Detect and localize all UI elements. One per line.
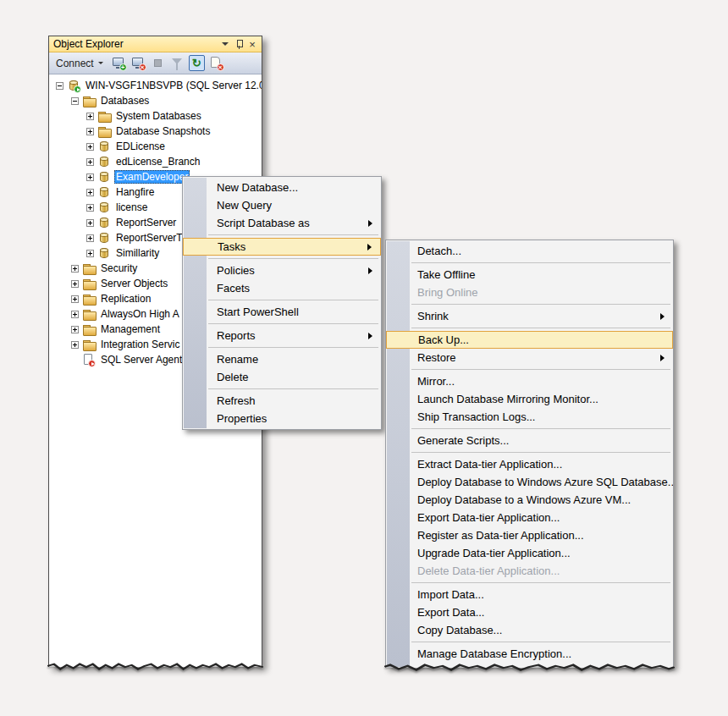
agent-icon <box>82 353 96 366</box>
menu-item[interactable]: Manage Database Encryption... <box>386 645 673 663</box>
menu-item[interactable]: Generate Scripts... <box>386 432 673 449</box>
disconnect-server-icon[interactable]: × <box>130 55 146 71</box>
menu-item[interactable]: Restore <box>386 349 673 366</box>
expand-icon[interactable] <box>86 189 94 196</box>
expand-icon[interactable] <box>86 173 94 181</box>
menu-item-label: Ship Transaction Logs... <box>386 408 673 426</box>
menu-item[interactable]: Deploy Database to Windows Azure SQL Dat… <box>386 473 673 491</box>
menu-item-label: Mirror... <box>386 372 673 390</box>
menu-separator <box>208 347 378 348</box>
tree-item[interactable]: edLicense_Branch <box>49 154 262 169</box>
tree-item-label: license <box>114 201 149 214</box>
tree-item[interactable]: EDLicense <box>49 139 262 154</box>
menu-item[interactable]: New Query <box>183 196 381 214</box>
menu-item: Delete Data-tier Application... <box>386 562 673 580</box>
menu-item-label: Bring Online <box>386 284 673 301</box>
menu-item[interactable]: Ship Transaction Logs... <box>386 408 673 426</box>
menu-item[interactable]: Shrink <box>386 307 673 325</box>
script-error-icon[interactable]: × <box>208 55 224 71</box>
menu-item[interactable]: Rename <box>183 350 381 368</box>
expand-icon[interactable] <box>86 250 94 257</box>
menu-item[interactable]: Export Data-tier Application... <box>386 509 673 526</box>
menu-item[interactable]: Reports <box>183 327 381 344</box>
tree-item-label: edLicense_Branch <box>114 155 201 168</box>
menu-item-label: Back Up... <box>387 332 672 348</box>
tree-item[interactable]: Databases <box>49 93 262 108</box>
close-icon: × <box>249 39 256 50</box>
menu-item[interactable]: Start PowerShell <box>183 303 381 321</box>
tree-item[interactable]: WIN-VSGF1NBSVPB (SQL Server 12.0.52 <box>49 78 262 93</box>
menu-item-label: Facets <box>183 279 381 297</box>
menu-item[interactable]: Delete <box>183 368 381 386</box>
expand-icon[interactable] <box>71 311 79 318</box>
submenu-arrow-icon <box>660 355 665 361</box>
menu-item[interactable]: Properties <box>183 410 381 427</box>
connect-button[interactable]: Connect <box>52 56 108 71</box>
connect-server-icon[interactable]: + <box>111 55 127 71</box>
menu-item[interactable]: Deploy Database to a Windows Azure VM... <box>386 491 673 509</box>
expand-icon[interactable] <box>86 204 94 212</box>
menu-item[interactable]: Upgrade Data-tier Application... <box>386 544 673 562</box>
close-button[interactable]: × <box>245 38 259 51</box>
indent <box>49 162 86 162</box>
menu-item[interactable]: Back Up... <box>386 331 673 349</box>
menu-item-label: Upgrade Data-tier Application... <box>386 544 673 562</box>
menu-item[interactable]: Extract Data-tier Application... <box>386 455 673 473</box>
menu-item-label: Restore <box>386 349 673 366</box>
menu-item[interactable]: Copy Database... <box>386 621 673 639</box>
indent <box>49 253 86 254</box>
menu-item[interactable]: Detach... <box>386 242 673 260</box>
collapse-icon[interactable] <box>71 97 79 105</box>
tree-item-label: Server Objects <box>99 277 169 290</box>
collapse-icon[interactable] <box>56 82 63 90</box>
expand-icon[interactable] <box>86 219 94 227</box>
window-position-button[interactable] <box>218 38 232 51</box>
expand-icon[interactable] <box>86 113 94 120</box>
menu-item[interactable]: New Database... <box>183 179 381 196</box>
indent <box>49 329 71 330</box>
menu-item[interactable]: Register as Data-tier Application... <box>386 526 673 544</box>
indent <box>49 268 71 269</box>
menu-item[interactable]: Refresh <box>183 392 381 410</box>
menu-item-label: Properties <box>183 410 381 427</box>
indent <box>49 299 71 300</box>
tree-item[interactable]: System Databases <box>49 108 262 124</box>
tree-item-label: AlwaysOn High A <box>99 307 181 321</box>
indent <box>49 284 71 284</box>
tree-item[interactable]: Database Snapshots <box>49 124 262 139</box>
expand-icon[interactable] <box>86 158 94 166</box>
submenu-arrow-icon <box>368 220 372 227</box>
menu-item-label: Deploy Database to Windows Azure SQL Dat… <box>386 473 673 491</box>
menu-item[interactable]: Take Offline <box>386 266 673 284</box>
submenu-arrow-icon <box>368 333 372 339</box>
menu-item[interactable]: Launch Database Mirroring Monitor... <box>386 390 673 408</box>
menu-item[interactable]: Facets <box>183 279 381 297</box>
expand-icon[interactable] <box>71 295 79 303</box>
menu-separator <box>208 323 378 324</box>
refresh-icon[interactable]: ↻ <box>189 55 205 71</box>
menu-item[interactable]: Import Data... <box>386 586 673 603</box>
database-icon <box>97 140 111 153</box>
menu-separator <box>411 369 670 370</box>
filter-icon <box>169 55 185 71</box>
expand-icon[interactable] <box>71 280 79 288</box>
menu-item[interactable]: Export Data... <box>386 603 673 621</box>
menu-item[interactable]: Tasks <box>183 238 381 256</box>
menu-item-label: Shrink <box>386 307 673 325</box>
menu-item[interactable]: Policies <box>183 262 381 279</box>
menu-item[interactable]: Script Database as <box>183 214 381 232</box>
expand-icon[interactable] <box>86 128 94 135</box>
tree-item-label: Database Snapshots <box>114 124 212 138</box>
indent <box>49 207 86 208</box>
expand-icon[interactable] <box>71 341 79 349</box>
pin-button[interactable] <box>232 38 245 51</box>
menu-separator <box>208 258 378 259</box>
menu-item-label: Policies <box>183 262 381 279</box>
folder-icon <box>97 124 111 138</box>
indent <box>49 223 86 223</box>
expand-icon[interactable] <box>71 265 79 273</box>
menu-item[interactable]: Mirror... <box>386 372 673 390</box>
expand-icon[interactable] <box>71 326 79 333</box>
expand-icon[interactable] <box>86 143 94 151</box>
expand-icon[interactable] <box>86 234 94 242</box>
